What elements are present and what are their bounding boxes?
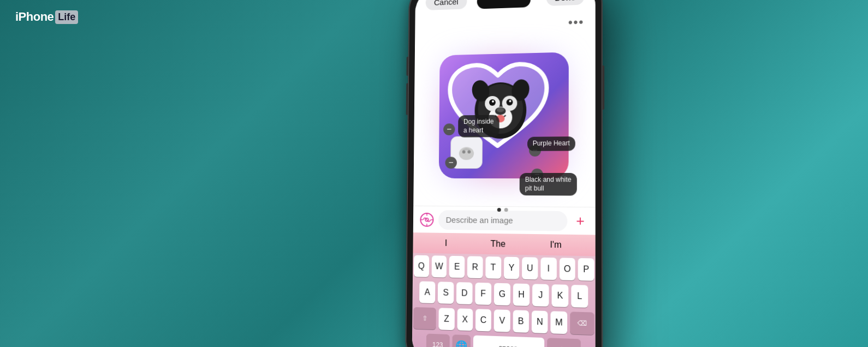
keyboard-row-3: ⇧ Z X C V B N M ⌫ xyxy=(413,307,594,335)
phone-mockup: Cancel Done ••• xyxy=(406,0,602,347)
suggestion-3[interactable]: I'm xyxy=(550,240,561,250)
space-key[interactable]: space xyxy=(473,336,544,347)
numbers-key[interactable]: 123 xyxy=(426,334,449,347)
key-q[interactable]: Q xyxy=(414,255,429,277)
keyboard: Q W E R T Y U I O P A S D F G xyxy=(412,253,596,347)
key-f[interactable]: F xyxy=(475,283,491,305)
key-r[interactable]: R xyxy=(467,256,483,278)
key-l[interactable]: L xyxy=(571,285,588,308)
phone-body: Cancel Done ••• xyxy=(406,0,602,347)
emoji-key[interactable]: 🌐 xyxy=(452,334,471,347)
key-x[interactable]: X xyxy=(457,308,473,331)
key-c[interactable]: C xyxy=(475,309,491,331)
delete-key[interactable]: ⌫ xyxy=(570,312,594,335)
key-w[interactable]: W xyxy=(431,255,447,277)
shift-key[interactable]: ⇧ xyxy=(413,307,436,330)
page-dot-1 xyxy=(497,208,501,212)
key-d[interactable]: D xyxy=(456,282,473,304)
ai-generated-image: − Dog inside a heart − − Purple Heart − … xyxy=(428,41,580,206)
page-dot-2 xyxy=(504,208,508,212)
key-t[interactable]: T xyxy=(485,256,501,279)
key-o[interactable]: O xyxy=(559,258,575,280)
key-a[interactable]: A xyxy=(419,281,435,303)
keyboard-row-1: Q W E R T Y U I O P xyxy=(414,255,594,281)
key-z[interactable]: Z xyxy=(439,308,455,330)
iphone-life-logo: iPhone Life xyxy=(15,10,78,24)
key-i[interactable]: I xyxy=(540,258,556,280)
suggestion-2[interactable]: The xyxy=(491,239,506,249)
power-button[interactable] xyxy=(602,65,604,110)
key-n[interactable]: N xyxy=(532,310,548,333)
key-v[interactable]: V xyxy=(494,309,510,332)
logo-life-text: Life xyxy=(55,10,78,24)
annotation-label-4: Black and white pit bull xyxy=(520,173,577,196)
annotation-remove-btn-2[interactable]: − xyxy=(445,157,456,169)
volume-down-button[interactable] xyxy=(406,83,408,115)
keyboard-suggestions: I The I'm xyxy=(413,232,595,256)
key-g[interactable]: G xyxy=(494,283,510,306)
key-b[interactable]: B xyxy=(513,310,529,333)
key-e[interactable]: E xyxy=(449,256,465,278)
image-area: − Dog inside a heart − − Purple Heart − … xyxy=(413,10,596,226)
more-options-button[interactable]: ••• xyxy=(568,15,585,30)
keyboard-row-4: 123 🌐 space return xyxy=(413,333,594,347)
small-sticker-svg xyxy=(456,141,477,163)
annotation-label-3: Purple Heart xyxy=(527,136,575,151)
return-key[interactable]: return xyxy=(547,338,581,347)
key-m[interactable]: M xyxy=(551,311,567,334)
keyboard-row-2: A S D F G H J K L xyxy=(413,281,594,308)
volume-up-button[interactable] xyxy=(406,57,408,76)
ai-icon xyxy=(419,212,434,227)
done-button[interactable]: Done xyxy=(546,0,584,6)
key-y[interactable]: Y xyxy=(504,257,520,279)
phone-screen: Cancel Done ••• xyxy=(412,0,596,347)
key-j[interactable]: J xyxy=(532,284,549,307)
add-button[interactable]: + xyxy=(572,213,589,230)
key-h[interactable]: H xyxy=(513,284,530,306)
describe-image-input[interactable] xyxy=(438,210,567,231)
key-s[interactable]: S xyxy=(438,282,454,304)
key-u[interactable]: U xyxy=(522,257,538,279)
suggestion-1[interactable]: I xyxy=(445,238,447,248)
logo-iphone-text: iPhone xyxy=(15,10,53,24)
key-k[interactable]: K xyxy=(552,284,569,307)
key-p[interactable]: P xyxy=(578,258,594,281)
annotation-label-1: Dog inside a heart xyxy=(458,115,499,137)
cancel-button[interactable]: Cancel xyxy=(426,0,467,10)
